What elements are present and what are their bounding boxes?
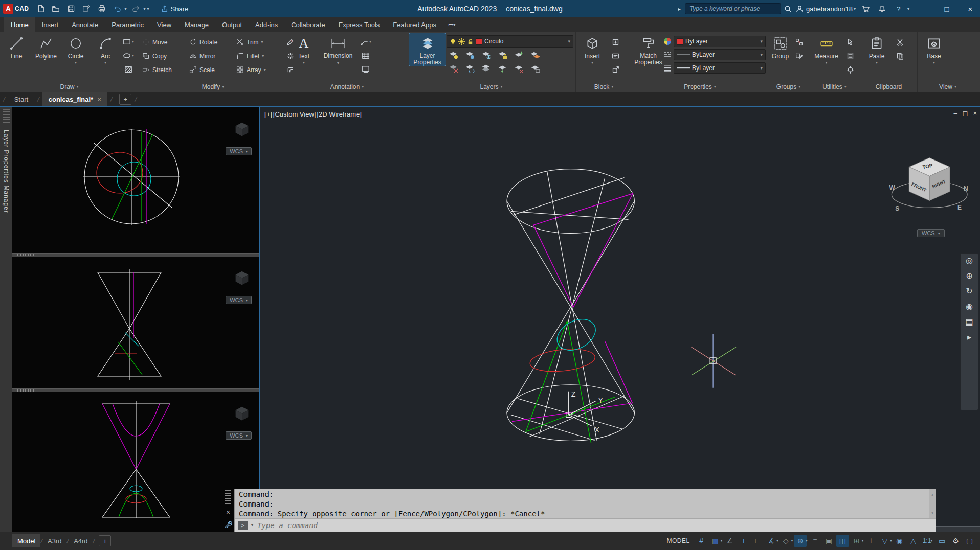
new-file-button[interactable]: [34, 3, 47, 15]
viewport-visual-style-control[interactable]: [2D Wireframe]: [317, 110, 361, 118]
selection-filter-icon[interactable]: ▽: [878, 535, 891, 547]
wcs-selector[interactable]: WCS ▾: [226, 431, 252, 440]
red-ellipse[interactable]: [529, 346, 596, 374]
doc-restore-button[interactable]: ◻: [963, 109, 968, 117]
document-tab-close-icon[interactable]: ×: [97, 96, 101, 103]
layer-previous-button[interactable]: [463, 63, 476, 74]
viewcube-south-label[interactable]: S: [895, 205, 899, 212]
color-wheel-icon[interactable]: [663, 37, 672, 45]
polar-tracking-icon[interactable]: ∡: [765, 535, 777, 547]
match-layer-button[interactable]: [528, 50, 542, 61]
lineweight-icon[interactable]: [663, 64, 672, 72]
ribbon-display-button[interactable]: ▭ ▾: [448, 17, 455, 32]
layout-tab-a3rd[interactable]: A3rd: [42, 534, 66, 547]
ortho-icon[interactable]: ∟: [751, 535, 764, 547]
ribbon-tab-parametric[interactable]: Parametric: [105, 17, 150, 32]
file-tab-document[interactable]: conicas_final* ×: [42, 92, 107, 106]
share-button[interactable]: Share: [161, 5, 189, 13]
keyword-arrow-icon[interactable]: ▸: [678, 6, 681, 12]
save-button[interactable]: [65, 3, 77, 15]
isodraft-caret-icon[interactable]: ▾: [791, 539, 793, 543]
layer-lock-button[interactable]: [496, 50, 509, 61]
orbit-icon[interactable]: ↻: [966, 287, 972, 295]
match-properties-button[interactable]: Match Properties: [634, 33, 662, 66]
panel-label-utilities[interactable]: Utilities ▾: [809, 81, 860, 92]
layer-freeze-button[interactable]: [479, 50, 493, 61]
clean-screen-icon[interactable]: ▢: [963, 535, 976, 547]
close-button[interactable]: ×: [961, 0, 980, 17]
annotation-visibility-icon[interactable]: △: [907, 535, 920, 547]
panel-label-layers[interactable]: Layers ▾: [407, 81, 575, 92]
ribbon-tab-express-tools[interactable]: Express Tools: [332, 17, 387, 32]
annotation-monitor-icon[interactable]: ▭: [936, 535, 948, 547]
layer-off-button[interactable]: [447, 50, 460, 61]
qat-customize-icon[interactable]: ▾: [147, 7, 149, 11]
model-canvas[interactable]: Z Y X N E S W: [260, 107, 980, 532]
quick-select-button[interactable]: [842, 36, 858, 48]
paste-button[interactable]: Paste ▾: [862, 33, 891, 65]
minimize-button[interactable]: –: [914, 0, 933, 17]
panel-label-annotation[interactable]: Annotation ▾: [287, 81, 407, 92]
line-button[interactable]: Line: [2, 33, 31, 60]
rotate-button[interactable]: Rotate: [188, 35, 235, 49]
command-scrollbar[interactable]: ▴ ▾: [929, 489, 936, 518]
scroll-down-icon[interactable]: ▾: [931, 508, 934, 518]
infer-constraints-icon[interactable]: ∠: [723, 535, 736, 547]
layer-walk-button[interactable]: [479, 63, 493, 74]
annotation-scale-button[interactable]: 1:1 ▾: [921, 537, 934, 544]
leader-button[interactable]: ▾: [358, 36, 373, 48]
layer-merge-button[interactable]: [496, 63, 509, 74]
save-as-button[interactable]: [80, 3, 93, 15]
lineweight-display-icon[interactable]: ≡: [809, 535, 821, 547]
palette-grip[interactable]: [3, 109, 10, 123]
ribbon-tab-home[interactable]: Home: [4, 17, 35, 32]
fillet-button[interactable]: Fillet▾: [235, 49, 281, 63]
selection-cycling-icon[interactable]: ◫: [836, 535, 849, 547]
make-current-button[interactable]: [512, 50, 525, 61]
polyline-button[interactable]: Polyline: [32, 33, 60, 60]
search-input[interactable]: [685, 3, 781, 14]
main-viewport[interactable]: [+] [Custom View] [2D Wireframe] – ◻ ×: [259, 107, 980, 532]
new-layout-button[interactable]: +: [99, 535, 111, 546]
model-space-toggle[interactable]: MODEL: [667, 537, 690, 544]
dimension-button[interactable]: Dimension ▾: [319, 33, 357, 66]
dynamic-input-icon[interactable]: +: [737, 535, 750, 547]
help-caret-icon[interactable]: ▾: [907, 7, 909, 11]
cone-top-ellipse[interactable]: [507, 169, 634, 234]
navigation-wheel-icon[interactable]: ◎: [966, 257, 973, 265]
wcs-selector[interactable]: WCS ▾: [226, 296, 252, 304]
cut-button[interactable]: [892, 36, 907, 48]
grid-icon[interactable]: #: [695, 535, 708, 547]
redo-dropdown-icon[interactable]: ▾: [144, 7, 146, 11]
edit-attributes-button[interactable]: [608, 50, 623, 62]
markup-button[interactable]: [358, 63, 373, 76]
snap-caret-icon[interactable]: ▾: [721, 539, 723, 543]
lineweight-combo[interactable]: ByLayer ▾: [674, 62, 766, 74]
command-recent-caret-icon[interactable]: ▾: [251, 523, 253, 528]
panel-label-modify[interactable]: Modify ▾: [139, 81, 287, 92]
filter-caret-icon[interactable]: ▾: [890, 539, 892, 543]
front-view-green-line[interactable]: [118, 342, 142, 375]
ribbon-tab-annotate[interactable]: Annotate: [65, 17, 105, 32]
copy-button[interactable]: Copy: [141, 49, 188, 63]
gizmo-icon[interactable]: ◉: [893, 535, 906, 547]
showmotion-icon[interactable]: ▤: [965, 318, 973, 326]
object-snap-icon[interactable]: ⊕: [794, 535, 807, 547]
viewport-front-view[interactable]: WCS ▾: [12, 256, 259, 388]
base-button[interactable]: Base ▾: [920, 33, 948, 65]
create-block-button[interactable]: [608, 36, 623, 48]
block-editor-button[interactable]: [608, 63, 623, 76]
viewcube-mini-icon[interactable]: [232, 405, 252, 424]
command-drag-grip[interactable]: [225, 489, 231, 504]
plot-button[interactable]: [96, 3, 108, 15]
arc-button[interactable]: Arc ▾: [91, 33, 120, 65]
redo-button[interactable]: [130, 3, 142, 15]
osnap-3d-caret-icon[interactable]: ▾: [862, 539, 864, 543]
ribbon-tab-manage[interactable]: Manage: [178, 17, 215, 32]
layout-tab-a4rd[interactable]: A4rd: [69, 534, 93, 547]
app-menu-button[interactable]: A CAD: [3, 4, 29, 14]
command-customize-wrench-icon[interactable]: [225, 520, 232, 528]
wcs-selector[interactable]: WCS ▾: [226, 147, 252, 155]
linetype-combo[interactable]: ByLayer ▾: [674, 49, 766, 60]
command-prompt-icon[interactable]: >: [238, 521, 248, 530]
